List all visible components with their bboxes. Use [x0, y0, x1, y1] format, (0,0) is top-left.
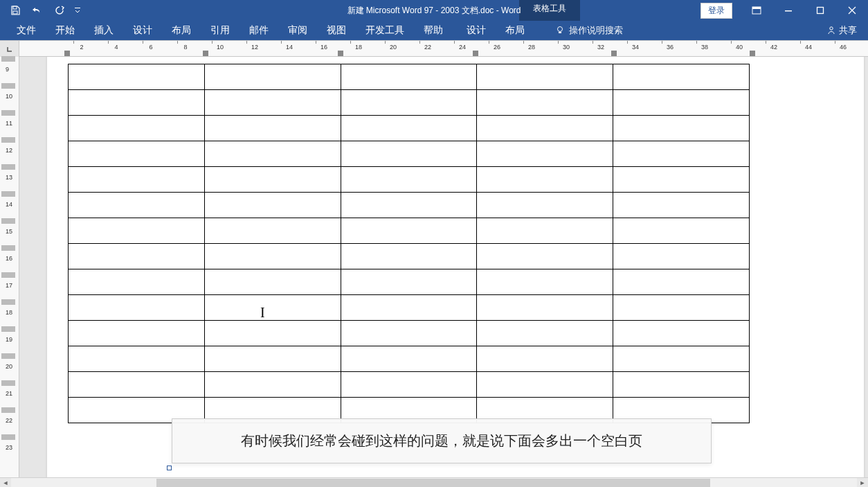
table-cell[interactable] [613, 90, 750, 116]
undo-button[interactable] [28, 1, 47, 20]
table-cell[interactable] [477, 193, 613, 218]
table-cell[interactable] [69, 346, 205, 372]
row-marker[interactable] [1, 326, 15, 332]
tab-home[interactable]: 开始 [46, 21, 84, 40]
table-cell[interactable] [341, 346, 477, 372]
table-cell[interactable] [341, 321, 477, 346]
column-marker[interactable] [473, 51, 478, 56]
table-cell[interactable] [204, 90, 341, 116]
table-cell[interactable] [204, 193, 341, 218]
row-marker[interactable] [1, 434, 15, 440]
table-cell[interactable] [477, 141, 613, 167]
table-cell[interactable] [477, 64, 613, 90]
table-cell[interactable] [204, 346, 341, 372]
table-cell[interactable] [69, 64, 205, 90]
tab-developer[interactable]: 开发工具 [356, 21, 414, 40]
tab-mailings[interactable]: 邮件 [239, 21, 278, 40]
column-marker[interactable] [338, 51, 343, 56]
row-marker[interactable] [1, 83, 15, 89]
table-cell[interactable] [613, 372, 750, 398]
table-row[interactable] [69, 244, 750, 269]
scroll-left-button[interactable]: ◄ [0, 478, 11, 488]
row-marker[interactable] [1, 353, 15, 359]
table-cell[interactable] [69, 116, 205, 141]
row-marker[interactable] [1, 137, 15, 143]
column-marker[interactable] [611, 51, 617, 56]
table-cell[interactable] [69, 372, 205, 398]
table-row[interactable] [69, 167, 750, 193]
scroll-thumb[interactable] [156, 479, 710, 487]
table-row[interactable] [69, 193, 750, 218]
table-cell[interactable] [477, 269, 613, 295]
table-cell[interactable] [341, 141, 477, 167]
table-row[interactable] [69, 269, 750, 295]
table-cell[interactable] [341, 64, 477, 90]
table-row[interactable] [69, 218, 750, 244]
save-button[interactable] [6, 1, 25, 20]
table-cell[interactable] [69, 269, 205, 295]
table-cell[interactable] [341, 372, 477, 398]
ribbon-display-options-button[interactable] [741, 0, 772, 21]
scroll-right-button[interactable]: ► [857, 478, 868, 488]
table-row[interactable] [69, 321, 750, 346]
table-cell[interactable] [69, 90, 205, 116]
tab-help[interactable]: 帮助 [414, 21, 453, 40]
tab-view[interactable]: 视图 [317, 21, 356, 40]
row-marker[interactable] [1, 380, 15, 386]
minimize-button[interactable] [772, 0, 804, 21]
table-cell[interactable] [204, 64, 341, 90]
table-row[interactable] [69, 346, 750, 372]
table-cell[interactable] [613, 193, 750, 218]
table-row[interactable] [69, 141, 750, 167]
table-cell[interactable] [477, 295, 613, 321]
page-viewport[interactable]: I 有时候我们经常会碰到这样的问题，就是说下面会多出一个空白页 [19, 57, 868, 477]
table-cell[interactable] [341, 193, 477, 218]
table-cell[interactable] [204, 269, 341, 295]
tab-file[interactable]: 文件 [7, 21, 46, 40]
table-cell[interactable] [341, 116, 477, 141]
table-cell[interactable] [477, 244, 613, 269]
table-cell[interactable] [477, 116, 613, 141]
close-button[interactable] [836, 0, 868, 21]
table-cell[interactable] [613, 295, 750, 321]
row-marker[interactable] [1, 218, 15, 224]
table-cell[interactable] [204, 372, 341, 398]
table-cell[interactable] [204, 116, 341, 141]
table-cell[interactable] [204, 321, 341, 346]
table-cell[interactable] [477, 372, 613, 398]
tab-references[interactable]: 引用 [201, 21, 239, 40]
redo-button[interactable] [50, 1, 69, 20]
table-cell[interactable] [477, 90, 613, 116]
tab-table-layout[interactable]: 布局 [496, 21, 534, 40]
row-marker[interactable] [1, 245, 15, 251]
column-marker[interactable] [750, 51, 755, 56]
table-cell[interactable] [204, 141, 341, 167]
table-cell[interactable] [69, 321, 205, 346]
row-marker[interactable] [1, 191, 15, 197]
table-cell[interactable] [204, 218, 341, 244]
tab-review[interactable]: 审阅 [278, 21, 317, 40]
table-cell[interactable] [69, 295, 205, 321]
table-row[interactable] [69, 90, 750, 116]
maximize-button[interactable] [804, 0, 836, 21]
table-cell[interactable] [204, 167, 341, 193]
table-cell[interactable] [477, 218, 613, 244]
table-cell[interactable] [613, 116, 750, 141]
table-cell[interactable] [341, 218, 477, 244]
word-table[interactable] [68, 64, 750, 423]
horizontal-scrollbar[interactable]: ◄ ► [0, 477, 868, 487]
table-cell[interactable] [341, 295, 477, 321]
table-cell[interactable] [341, 90, 477, 116]
login-button[interactable]: 登录 [700, 3, 732, 19]
table-row[interactable] [69, 295, 750, 321]
share-button[interactable]: 共享 [826, 24, 857, 37]
row-marker[interactable] [1, 272, 15, 278]
table-cell[interactable] [477, 167, 613, 193]
row-marker[interactable] [1, 164, 15, 170]
table-cell[interactable] [341, 167, 477, 193]
row-marker[interactable] [1, 407, 15, 413]
horizontal-ruler[interactable]: 2468101214161820222426283032343638404244… [19, 41, 868, 56]
tab-insert[interactable]: 插入 [84, 21, 123, 40]
table-cell[interactable] [69, 141, 205, 167]
vertical-ruler[interactable]: 91011121314151617181920212223 [0, 57, 19, 477]
